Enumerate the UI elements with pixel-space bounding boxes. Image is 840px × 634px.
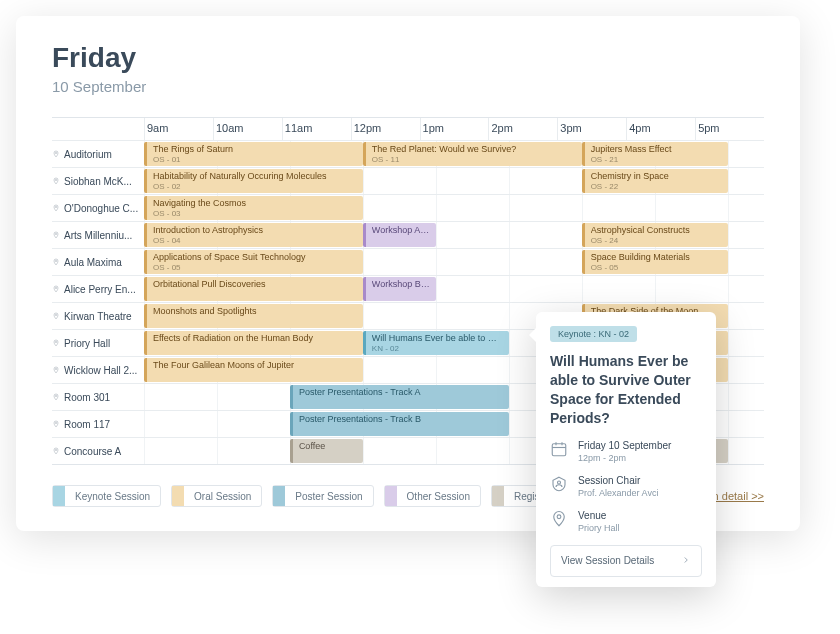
svg-point-2 [55, 206, 56, 207]
popover-title: Will Humans Ever be able to Survive Oute… [550, 352, 702, 428]
hour-label: 4pm [626, 118, 695, 140]
row-slots: Navigating the CosmosOS - 03 [144, 195, 764, 221]
svg-point-10 [55, 422, 56, 423]
event-block[interactable]: Poster Presentations - Track A [290, 385, 509, 409]
pin-icon [52, 392, 60, 402]
event-block[interactable]: Moonshots and Spotlights [144, 304, 363, 328]
chair-icon [550, 475, 568, 493]
legend-swatch [385, 486, 397, 506]
room-label: Room 301 [52, 384, 144, 410]
session-popover: Keynote : KN - 02 Will Humans Ever be ab… [536, 312, 716, 587]
popover-chair-label: Session Chair [578, 475, 658, 486]
view-details-label: View Session Details [561, 555, 654, 566]
hour-label: 10am [213, 118, 282, 140]
pin-icon [52, 365, 60, 375]
room-label: Aula Maxima [52, 249, 144, 275]
timeline-row: Siobhan McK...Habitability of Naturally … [52, 167, 764, 194]
event-block[interactable]: Space Building MaterialsOS - 05 [582, 250, 728, 274]
event-block[interactable]: Navigating the CosmosOS - 03 [144, 196, 363, 220]
svg-point-3 [55, 233, 56, 234]
legend-swatch [172, 486, 184, 506]
legend-label: Poster Session [285, 491, 372, 502]
event-block[interactable]: Astrophysical ConstructsOS - 24 [582, 223, 728, 247]
pin-icon [52, 230, 60, 240]
hour-label: 3pm [557, 118, 626, 140]
room-label: O'Donoghue C... [52, 195, 144, 221]
room-label: Kirwan Theatre [52, 303, 144, 329]
hour-label: 1pm [420, 118, 489, 140]
room-label: Room 117 [52, 411, 144, 437]
event-block[interactable]: The Red Planet: Would we Survive?OS - 11 [363, 142, 582, 166]
popover-date-row: Friday 10 September 12pm - 2pm [550, 440, 702, 463]
hour-label: 11am [282, 118, 351, 140]
day-date: 10 September [52, 78, 764, 95]
pin-icon [52, 338, 60, 348]
legend-label: Oral Session [184, 491, 261, 502]
row-slots: Introduction to AstrophysicsOS - 04Works… [144, 222, 764, 248]
popover-venue-row: Venue Priory Hall [550, 510, 702, 533]
event-block[interactable]: Will Humans Ever be able to Survive Oute… [363, 331, 509, 355]
hour-label: 2pm [488, 118, 557, 140]
event-block[interactable]: Effects of Radiation on the Human Body [144, 331, 363, 355]
event-block[interactable]: Chemistry in SpaceOS - 22 [582, 169, 728, 193]
hour-label: 12pm [351, 118, 420, 140]
pin-icon [52, 176, 60, 186]
event-block[interactable]: The Four Galilean Moons of Jupiter [144, 358, 363, 382]
legend-item-other: Other Session [384, 485, 481, 507]
legend-item-poster: Poster Session [272, 485, 373, 507]
event-block[interactable]: Jupiters Mass EffectOS - 21 [582, 142, 728, 166]
room-label: Priory Hall [52, 330, 144, 356]
row-slots: Applications of Space Suit TechnologyOS … [144, 249, 764, 275]
event-block[interactable]: Introduction to AstrophysicsOS - 04 [144, 223, 363, 247]
event-block[interactable]: Orbitational Pull Discoveries [144, 277, 363, 301]
svg-point-11 [55, 449, 56, 450]
event-block[interactable]: Coffee [290, 439, 363, 463]
popover-badge: Keynote : KN - 02 [550, 326, 637, 342]
legend-swatch [492, 486, 504, 506]
day-title: Friday [52, 42, 764, 74]
event-block[interactable]: Poster Presentations - Track B [290, 412, 509, 436]
pin-icon [52, 257, 60, 267]
view-session-details-button[interactable]: View Session Details [550, 545, 702, 577]
pin-icon [52, 149, 60, 159]
svg-point-0 [55, 152, 56, 153]
legend-label: Other Session [397, 491, 480, 502]
room-label: Siobhan McK... [52, 168, 144, 194]
event-block[interactable]: Habitability of Naturally Occuring Molec… [144, 169, 363, 193]
hour-label: 9am [144, 118, 213, 140]
popover-chair: Prof. Alexander Avci [578, 488, 658, 498]
event-block[interactable]: Workshop B: The T... [363, 277, 436, 301]
popover-chair-row: Session Chair Prof. Alexander Avci [550, 475, 702, 498]
pin-icon [52, 446, 60, 456]
timeline-row: Aula MaximaApplications of Space Suit Te… [52, 248, 764, 275]
svg-point-7 [55, 341, 56, 342]
room-label: Concourse A [52, 438, 144, 464]
row-slots: Orbitational Pull DiscoveriesWorkshop B:… [144, 276, 764, 302]
svg-point-4 [55, 260, 56, 261]
svg-rect-12 [552, 443, 566, 455]
pin-icon [52, 203, 60, 213]
event-block[interactable]: Applications of Space Suit TechnologyOS … [144, 250, 363, 274]
chevron-right-icon [681, 555, 691, 567]
popover-time: 12pm - 2pm [578, 453, 671, 463]
timeline-row: Arts Millenniu...Introduction to Astroph… [52, 221, 764, 248]
timeline-row: O'Donoghue C...Navigating the CosmosOS -… [52, 194, 764, 221]
svg-point-6 [55, 314, 56, 315]
event-block[interactable]: The Rings of SaturnOS - 01 [144, 142, 363, 166]
time-header: 9am10am11am12pm1pm2pm3pm4pm5pm [52, 118, 764, 140]
svg-point-8 [55, 368, 56, 369]
room-label: Auditorium [52, 141, 144, 167]
legend-swatch [53, 486, 65, 506]
calendar-icon [550, 440, 568, 458]
svg-point-5 [55, 287, 56, 288]
timeline-row: AuditoriumThe Rings of SaturnOS - 01The … [52, 140, 764, 167]
popover-venue-label: Venue [578, 510, 620, 521]
svg-point-9 [55, 395, 56, 396]
popover-pointer [529, 328, 536, 342]
event-block[interactable]: Workshop A: How t... [363, 223, 436, 247]
pin-icon [52, 419, 60, 429]
venue-icon [550, 510, 568, 528]
popover-date: Friday 10 September [578, 440, 671, 451]
pin-icon [52, 311, 60, 321]
svg-point-16 [558, 481, 561, 484]
